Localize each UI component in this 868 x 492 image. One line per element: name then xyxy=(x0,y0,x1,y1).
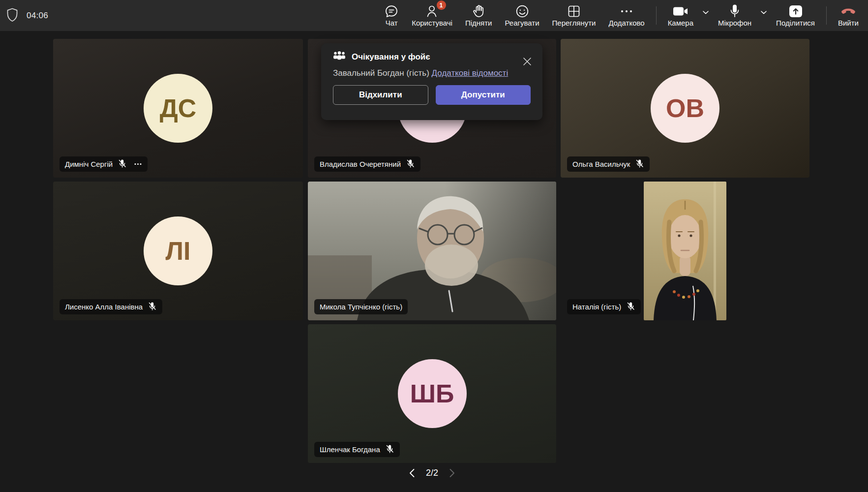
react-label: Реагувати xyxy=(505,19,539,27)
participant-more-icon[interactable] xyxy=(134,160,142,168)
camera-button[interactable]: Камера xyxy=(661,0,700,31)
participant-name-pill: Владислав Очеретяний xyxy=(314,156,420,172)
participant-name: Микола Тупчієнко (гість) xyxy=(320,303,402,311)
avatar: ШБ xyxy=(398,359,467,428)
microphone-options-chevron-icon[interactable] xyxy=(758,10,770,15)
participant-name: Шленчак Богдана xyxy=(320,445,380,454)
participant-name: Лисенко Алла Іванівна xyxy=(65,303,143,311)
ellipsis-icon xyxy=(619,3,634,19)
more-actions-button[interactable]: Додатково xyxy=(602,0,651,31)
participant-name-pill: Димніч Сергій xyxy=(60,156,148,172)
chat-label: Чат xyxy=(386,19,398,27)
participant-name-pill: Микола Тупчієнко (гість) xyxy=(314,299,408,314)
share-label: Поділитися xyxy=(776,19,815,27)
mic-off-icon xyxy=(118,159,127,170)
mic-off-icon xyxy=(385,444,394,455)
participants-button[interactable]: 1 Користувачі xyxy=(405,0,459,31)
toolbar-divider xyxy=(826,6,827,25)
camera-label: Камера xyxy=(668,19,693,27)
view-button[interactable]: Переглянути xyxy=(546,0,602,31)
participant-tile[interactable]: ЛІ Лисенко Алла Іванівна xyxy=(53,182,303,320)
lobby-header: Очікування у фойє xyxy=(333,51,531,62)
participant-tile[interactable]: Микола Тупчієнко (гість) xyxy=(308,182,556,320)
camera-control: Камера xyxy=(661,0,712,31)
participants-badge: 1 xyxy=(437,0,446,10)
avatar: ОВ xyxy=(651,74,719,143)
lobby-notification: Очікування у фойє Завальний Богдан (гіст… xyxy=(321,43,542,120)
close-icon[interactable] xyxy=(522,56,533,67)
participant-tile[interactable]: ДС Димніч Сергій xyxy=(53,39,303,178)
participant-name-pill: Шленчак Богдана xyxy=(314,442,400,457)
participant-tile[interactable]: Наталія (гість) xyxy=(561,182,809,320)
lobby-details-link[interactable]: Додаткові відомості xyxy=(432,68,509,78)
view-label: Переглянути xyxy=(552,19,596,27)
meeting-timer: 04:06 xyxy=(27,11,48,21)
raised-hand-icon xyxy=(472,3,485,19)
share-arrow-icon xyxy=(788,3,803,19)
participant-name-pill: Лисенко Алла Іванівна xyxy=(60,299,162,314)
lobby-title: Очікування у фойє xyxy=(352,52,430,62)
phone-hangup-icon xyxy=(840,3,857,19)
microphone-label: Мікрофон xyxy=(718,19,751,27)
raise-hand-button[interactable]: Підняти xyxy=(459,0,499,31)
admit-button[interactable]: Допустити xyxy=(436,85,531,105)
participant-name: Наталія (гість) xyxy=(572,303,621,311)
avatar: ДС xyxy=(144,74,212,143)
shield-icon xyxy=(6,7,19,24)
lobby-message: Завальний Богдан (гість) Додаткові відом… xyxy=(333,68,531,78)
lobby-guest-name: Завальний Богдан (гість) xyxy=(333,68,432,78)
chat-button[interactable]: Чат xyxy=(378,0,405,31)
mic-off-icon xyxy=(626,302,635,312)
meeting-stage: 04:06 Чат 1 xyxy=(0,0,868,492)
share-button[interactable]: Поділитися xyxy=(770,0,821,31)
grid-view-icon xyxy=(567,3,581,19)
camera-options-chevron-icon[interactable] xyxy=(700,10,712,15)
next-page-chevron-icon[interactable] xyxy=(449,468,455,478)
microphone-button[interactable]: Мікрофон xyxy=(712,0,758,31)
toolbar-divider xyxy=(656,6,657,25)
react-button[interactable]: Реагувати xyxy=(498,0,545,31)
participant-name: Ольга Васильчук xyxy=(572,160,630,168)
participant-name: Владислав Очеретяний xyxy=(320,160,401,168)
participant-name: Димніч Сергій xyxy=(65,160,113,168)
participant-name-pill: Ольга Васильчук xyxy=(567,156,650,172)
grid-pagination: 2/2 xyxy=(308,468,556,478)
page-indicator: 2/2 xyxy=(426,468,438,478)
mic-off-icon xyxy=(406,159,415,170)
decline-button[interactable]: Відхилити xyxy=(333,85,428,105)
toolbar-actions: Чат 1 Користувачі xyxy=(378,0,865,31)
microphone-control: Мікрофон xyxy=(712,0,770,31)
participant-tile[interactable]: ШБ Шленчак Богдана xyxy=(308,324,556,463)
leave-button[interactable]: Вийти xyxy=(832,0,865,31)
participant-video xyxy=(644,182,726,320)
avatar: ЛІ xyxy=(144,216,212,285)
mic-off-icon xyxy=(148,302,157,312)
camera-icon xyxy=(673,3,688,19)
smiley-icon xyxy=(515,3,530,19)
previous-page-chevron-icon[interactable] xyxy=(409,468,415,478)
raise-hand-label: Підняти xyxy=(465,19,492,27)
chat-icon xyxy=(384,3,399,19)
participant-name-pill: Наталія (гість) xyxy=(567,299,641,314)
people-group-icon xyxy=(333,51,346,62)
top-toolbar: 04:06 Чат 1 xyxy=(0,0,868,31)
more-actions-label: Додатково xyxy=(608,19,644,27)
participants-label: Користувачі xyxy=(412,19,452,27)
meeting-info: 04:06 xyxy=(6,0,48,31)
leave-label: Вийти xyxy=(838,19,859,27)
mic-off-icon xyxy=(635,159,644,170)
people-icon: 1 xyxy=(425,3,439,19)
lobby-buttons: Відхилити Допустити xyxy=(333,85,531,105)
participant-tile[interactable]: ОВ Ольга Васильчук xyxy=(561,39,809,178)
microphone-icon xyxy=(729,3,740,19)
